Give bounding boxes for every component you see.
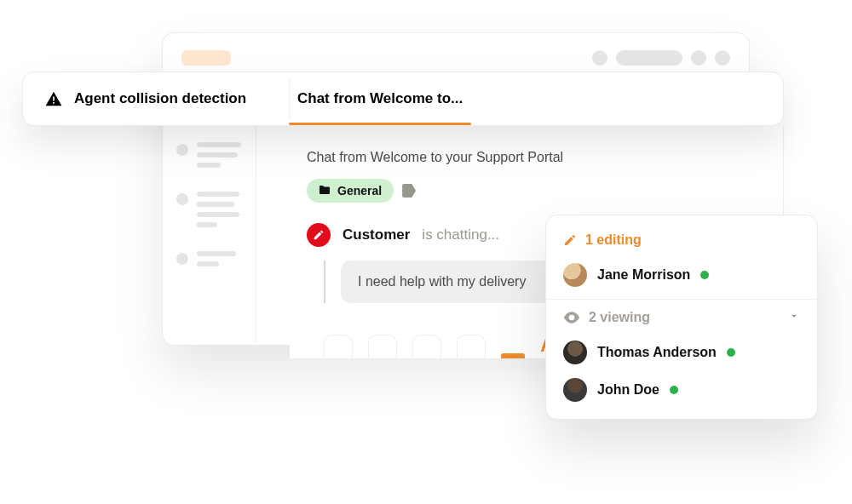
online-status-icon — [727, 348, 735, 357]
tag-row: General — [290, 179, 783, 218]
folder-icon — [319, 184, 331, 198]
chat-status: is chatting... — [422, 226, 499, 243]
ticket-subject: Chat from Welcome to your Support Portal — [290, 126, 783, 179]
pencil-icon — [563, 233, 577, 247]
online-status-icon — [700, 271, 709, 279]
editing-count-label: 1 editing — [585, 232, 642, 248]
presence-panel: 1 editing Jane Morrison 2 viewing Thomas… — [545, 215, 818, 420]
bottom-tab-placeholder[interactable] — [324, 335, 353, 358]
titlebar-action-placeholder — [715, 50, 730, 66]
online-status-icon — [670, 386, 678, 394]
bottom-tab-active-indicator — [501, 353, 525, 358]
user-name: John Doe — [597, 382, 659, 398]
alert-banner: Agent collision detection Chat from Welc… — [22, 72, 784, 126]
tag-general[interactable]: General — [307, 179, 394, 203]
titlebar-action-placeholder — [691, 50, 706, 66]
chevron-down-icon — [788, 310, 800, 325]
presence-user-viewing[interactable]: Thomas Anderson — [546, 334, 817, 371]
eye-icon — [563, 312, 580, 324]
bottom-tab-placeholder[interactable] — [368, 335, 397, 358]
titlebar-action-placeholder — [592, 50, 607, 66]
bottom-tab-placeholder[interactable] — [457, 335, 486, 358]
active-ticket-tab[interactable]: Chat from Welcome to... — [289, 72, 471, 125]
brand-pill — [181, 50, 231, 66]
sidebar-item-placeholder — [176, 192, 242, 227]
editing-header: 1 editing — [546, 227, 817, 256]
viewing-count-label: 2 viewing — [589, 310, 650, 325]
collision-alert-label: Agent collision detection — [74, 90, 246, 107]
editing-indicator-icon — [307, 223, 331, 247]
avatar — [563, 263, 587, 287]
add-tag-icon[interactable] — [402, 184, 416, 198]
bottom-tab-placeholder[interactable] — [412, 335, 441, 358]
warning-icon — [45, 91, 62, 106]
user-name: Thomas Anderson — [597, 345, 717, 360]
collision-alert: Agent collision detection — [23, 72, 289, 125]
titlebar-action-placeholder — [616, 50, 682, 66]
presence-user-viewing[interactable]: John Doe — [546, 371, 817, 409]
active-ticket-tab-label: Chat from Welcome to... — [297, 90, 463, 107]
avatar — [563, 378, 587, 402]
sidebar-item-placeholder — [176, 251, 242, 266]
viewing-header[interactable]: 2 viewing — [546, 305, 817, 334]
chat-author: Customer — [343, 226, 410, 243]
sidebar-item-placeholder — [176, 142, 242, 168]
avatar — [563, 341, 587, 364]
tag-label: General — [337, 184, 382, 198]
user-name: Jane Morrison — [597, 267, 690, 283]
titlebar-actions — [592, 50, 730, 66]
presence-user-editing[interactable]: Jane Morrison — [546, 256, 817, 294]
